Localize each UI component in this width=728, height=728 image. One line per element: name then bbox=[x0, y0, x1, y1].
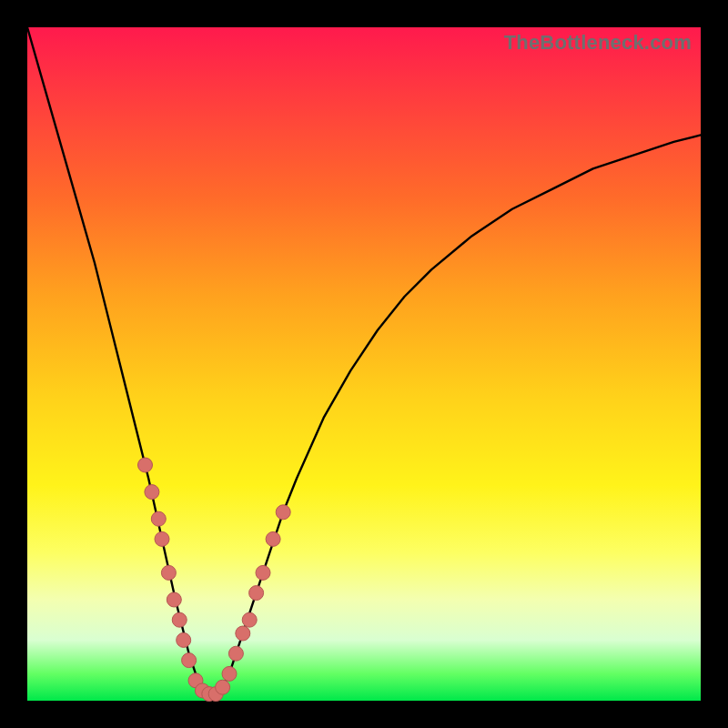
marker-dot bbox=[242, 612, 257, 627]
marker-dot bbox=[172, 612, 187, 627]
marker-dot bbox=[216, 680, 230, 694]
marker-dot bbox=[145, 485, 159, 500]
marker-dot bbox=[256, 565, 270, 580]
plot-area: TheBottleneck.com bbox=[27, 27, 701, 701]
marker-dot bbox=[276, 505, 290, 520]
marker-dot bbox=[167, 592, 181, 607]
highlight-markers bbox=[138, 458, 291, 702]
marker-dot bbox=[236, 626, 250, 641]
marker-dot bbox=[161, 565, 176, 580]
marker-dot bbox=[177, 632, 191, 647]
marker-dot bbox=[228, 646, 243, 661]
marker-dot bbox=[138, 458, 153, 472]
marker-dot bbox=[222, 666, 237, 681]
marker-dot bbox=[155, 531, 169, 546]
marker-dot bbox=[182, 653, 197, 668]
chart-frame: TheBottleneck.com bbox=[0, 0, 728, 728]
marker-dot bbox=[266, 531, 280, 546]
marker-dot bbox=[249, 586, 264, 601]
chart-svg bbox=[27, 27, 701, 701]
bottleneck-curve bbox=[27, 27, 701, 694]
marker-dot bbox=[151, 511, 166, 526]
